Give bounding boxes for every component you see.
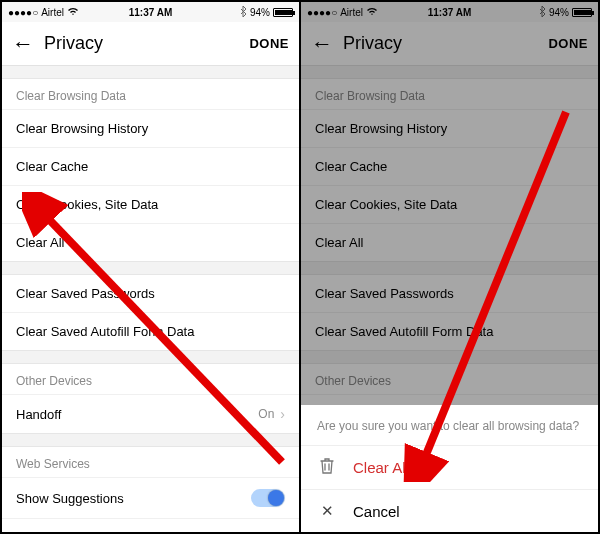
- sheet-cancel[interactable]: ✕ Cancel: [301, 489, 598, 532]
- trash-icon: [319, 458, 335, 477]
- handoff-value: On: [258, 407, 274, 421]
- row-clear-cookies[interactable]: Clear Cookies, Site Data: [2, 185, 299, 223]
- row-clear-passwords[interactable]: Clear Saved Passwords: [2, 275, 299, 312]
- row-handoff[interactable]: Handoff On›: [2, 394, 299, 433]
- section-header-devices: Other Devices: [2, 364, 299, 394]
- section-header-clear: Clear Browsing Data: [2, 79, 299, 109]
- row-clear-all[interactable]: Clear All: [2, 223, 299, 261]
- sheet-clear-all[interactable]: Clear All: [301, 445, 598, 489]
- row-clear-autofill[interactable]: Clear Saved Autofill Form Data: [2, 312, 299, 350]
- row-clear-cache[interactable]: Clear Cache: [2, 147, 299, 185]
- nav-bar: ← Privacy DONE: [2, 22, 299, 66]
- close-icon: ✕: [319, 502, 335, 520]
- screen-left: ●●●●○ Airtel 11:37 AM 94% ← Privacy DONE: [1, 1, 300, 533]
- chevron-right-icon: ›: [280, 530, 285, 532]
- page-title: Privacy: [44, 33, 249, 54]
- battery-pct: 94%: [250, 7, 270, 18]
- row-show-suggestions[interactable]: Show Suggestions: [2, 477, 299, 518]
- screen-right: ●●●●○ Airtel 11:37 AM 94% ← Privacy DONE: [300, 1, 599, 533]
- content-scroll[interactable]: Clear Browsing Data Clear Browsing Histo…: [2, 66, 299, 532]
- wifi-icon: [67, 7, 79, 18]
- action-sheet: Are you sure you want to clear all brows…: [301, 405, 598, 532]
- sheet-message: Are you sure you want to clear all brows…: [301, 405, 598, 445]
- done-button[interactable]: DONE: [249, 36, 289, 51]
- send-usage-value: Never: [242, 531, 274, 532]
- row-send-usage[interactable]: Send Usage Data Never›: [2, 518, 299, 532]
- bluetooth-icon: [240, 6, 247, 19]
- status-bar: ●●●●○ Airtel 11:37 AM 94%: [2, 2, 299, 22]
- chevron-right-icon: ›: [280, 406, 285, 422]
- section-header-web: Web Services: [2, 447, 299, 477]
- carrier-label: Airtel: [41, 7, 64, 18]
- row-clear-history[interactable]: Clear Browsing History: [2, 109, 299, 147]
- back-arrow-icon[interactable]: ←: [12, 31, 34, 57]
- battery-icon: [273, 8, 293, 17]
- signal-icon: ●●●●○: [8, 7, 38, 18]
- toggle-suggestions[interactable]: [251, 489, 285, 507]
